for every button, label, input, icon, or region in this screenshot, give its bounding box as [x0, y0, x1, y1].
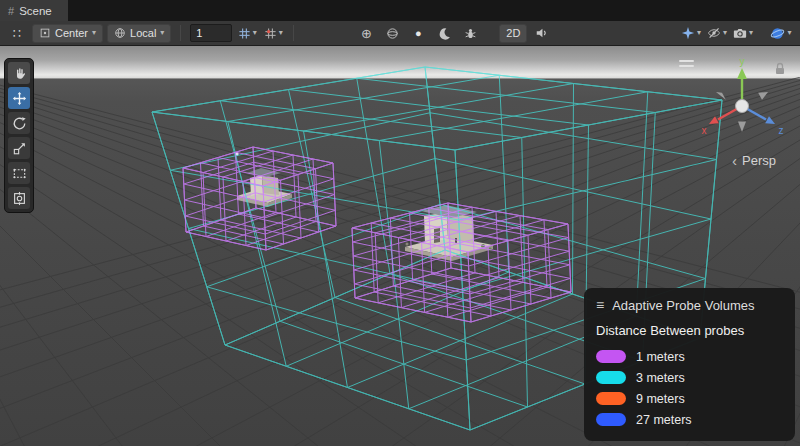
- sparkle-effects-icon: [681, 26, 695, 40]
- apv-legend-subtitle: Distance Between probes: [596, 323, 783, 338]
- grid-size-field[interactable]: [190, 24, 232, 42]
- dropdown-caret-icon: ▾: [697, 29, 701, 37]
- overlay-handle-bar: [679, 65, 694, 67]
- speaker-icon: [535, 26, 549, 40]
- hand-icon: [12, 66, 27, 81]
- mode-2d-button[interactable]: 2D: [499, 24, 527, 43]
- camera-icon: [733, 26, 747, 40]
- prop-rock: [406, 243, 409, 246]
- axis-x-cone[interactable]: [709, 116, 719, 124]
- apv-legend-title: Adaptive Probe Volumes: [612, 298, 754, 313]
- tool-hand-button[interactable]: [8, 62, 30, 84]
- gizmos-dropdown[interactable]: ▾: [770, 23, 792, 43]
- dropdown-caret-icon: ▾: [749, 29, 753, 37]
- tool-settings-icon: ∷: [13, 27, 21, 40]
- unity-scene-view: # Scene ∷ Center ▾ Local ▾ ▾ ▾: [0, 0, 800, 446]
- tool-scale-button[interactable]: [8, 137, 30, 159]
- move-icon: [12, 91, 27, 106]
- globe-icon: [114, 27, 126, 39]
- dropdown-caret-icon: ▾: [92, 29, 96, 37]
- pivot-icon: [39, 27, 51, 39]
- tool-rotate-button[interactable]: [8, 112, 30, 134]
- tool-settings-button[interactable]: ∷: [6, 23, 28, 43]
- axis-y-cone[interactable]: [737, 68, 747, 79]
- legend-row: 9 meters: [596, 388, 783, 409]
- transform-icon: [12, 191, 27, 206]
- legend-row: 27 meters: [596, 409, 783, 430]
- tab-scene-label: Scene: [19, 5, 52, 17]
- night-mode-toggle[interactable]: [433, 23, 455, 43]
- apv-legend-header[interactable]: ≡ Adaptive Probe Volumes: [596, 297, 783, 313]
- legend-row: 1 meters: [596, 346, 783, 367]
- orientation-label: Local: [130, 27, 156, 39]
- gizmo-sphere-icon: [770, 26, 785, 41]
- dropdown-caret-icon: ▾: [787, 29, 791, 37]
- dropdown-caret-icon: ▾: [279, 29, 283, 37]
- axis-z-label: z: [779, 125, 784, 136]
- scene-viewport[interactable]: y x z ‹ Persp ≡ Adaptive Probe Volumes D…: [0, 46, 800, 446]
- legend-label-27m: 27 meters: [636, 413, 692, 427]
- legend-swatch-27m: [596, 413, 626, 426]
- legend-swatch-1m: [596, 350, 626, 363]
- bug-icon: [464, 27, 477, 40]
- effects-dropdown[interactable]: ▾: [680, 23, 702, 43]
- eye-slash-icon: [707, 26, 721, 40]
- audio-toggle[interactable]: [531, 23, 553, 43]
- pivot-mode-label: Center: [55, 27, 88, 39]
- orientation-dropdown[interactable]: Local ▾: [107, 24, 171, 43]
- overlay-menu-handle[interactable]: [677, 58, 696, 69]
- tool-move-button[interactable]: [8, 87, 30, 109]
- crescent-moon-icon: [438, 27, 451, 40]
- rotate-icon: [12, 116, 27, 131]
- skybox-toggle[interactable]: [381, 23, 403, 43]
- axis-z-cone[interactable]: [765, 116, 775, 124]
- tool-column: [4, 58, 34, 213]
- render-doc-toggle[interactable]: ⊕: [355, 23, 377, 43]
- dropdown-caret-icon: ▾: [160, 29, 164, 37]
- lighting-toggle[interactable]: ●: [407, 23, 429, 43]
- rect-tool-icon: [12, 166, 27, 181]
- legend-label-9m: 9 meters: [636, 392, 685, 406]
- tool-rect-button[interactable]: [8, 162, 30, 184]
- apv-legend-panel: ≡ Adaptive Probe Volumes Distance Betwee…: [584, 288, 795, 441]
- hamburger-icon: ≡: [596, 297, 604, 313]
- axis-y-label: y: [740, 56, 745, 67]
- crosshair-circle-icon: ⊕: [361, 27, 372, 40]
- overlay-handle-bar: [679, 60, 694, 62]
- scale-icon: [12, 141, 27, 156]
- scene-visibility-dropdown[interactable]: ▾: [706, 23, 728, 43]
- gizmo-center-cube[interactable]: [736, 100, 749, 113]
- projection-label: Persp: [742, 153, 776, 168]
- legend-swatch-9m: [596, 392, 626, 405]
- tool-transform-button[interactable]: [8, 187, 30, 209]
- axis-x-label: x: [702, 125, 707, 136]
- filled-circle-icon: ●: [415, 28, 422, 39]
- dropdown-caret-icon: ▾: [723, 29, 727, 37]
- chevron-left-icon: ‹: [732, 152, 737, 169]
- scene-toolbar: ∷ Center ▾ Local ▾ ▾ ▾ ⊕: [0, 21, 800, 46]
- legend-swatch-3m: [596, 371, 626, 384]
- lock-icon[interactable]: [774, 62, 786, 75]
- toolbar-separator: [180, 25, 181, 41]
- grid-snap-dropdown[interactable]: ▾: [236, 23, 258, 43]
- tab-strip: # Scene: [0, 0, 800, 21]
- legend-label-1m: 1 meters: [636, 350, 685, 364]
- legend-label-3m: 3 meters: [636, 371, 685, 385]
- increment-snap-icon: [264, 27, 277, 40]
- dropdown-caret-icon: ▾: [253, 29, 257, 37]
- mode-2d-label: 2D: [506, 27, 520, 39]
- grid-snap-icon: [238, 27, 251, 40]
- wire-sphere-icon: [386, 27, 399, 40]
- tab-scene[interactable]: # Scene: [0, 0, 68, 21]
- projection-toggle[interactable]: ‹ Persp: [732, 152, 776, 169]
- legend-row: 3 meters: [596, 367, 783, 388]
- camera-settings-dropdown[interactable]: ▾: [732, 23, 754, 43]
- increment-snap-dropdown[interactable]: ▾: [262, 23, 284, 43]
- scene-tab-icon: #: [8, 5, 14, 17]
- pivot-mode-dropdown[interactable]: Center ▾: [32, 24, 103, 43]
- debug-toggle[interactable]: [459, 23, 481, 43]
- toolbar-separator: [293, 25, 294, 41]
